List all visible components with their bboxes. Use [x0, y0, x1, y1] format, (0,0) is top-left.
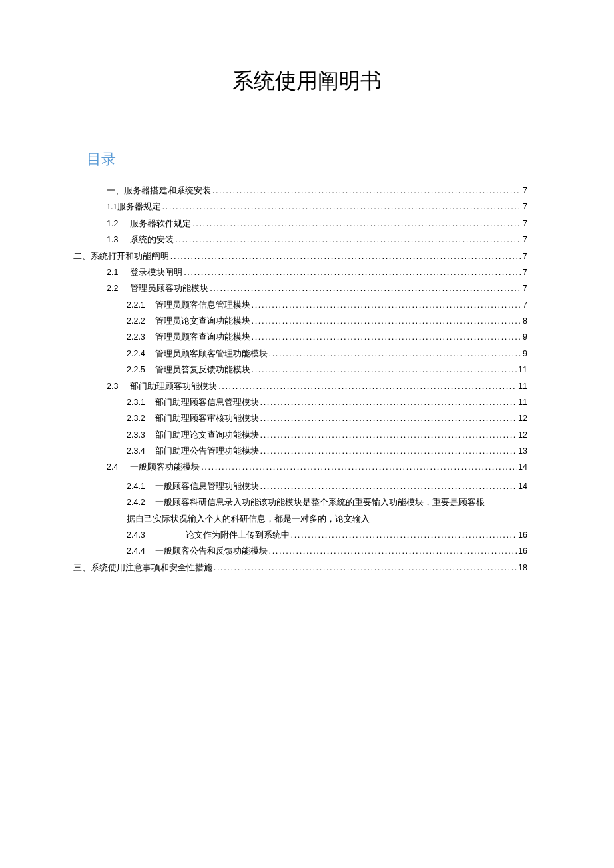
- toc-num: 2.1: [107, 264, 118, 280]
- toc-entry: 2.4 一般顾客功能模块 14: [87, 459, 527, 475]
- toc-entry: 1.3 系统的安装 7: [87, 232, 527, 248]
- toc-leader: [269, 346, 521, 362]
- toc-entry: 2.2.1 管理员顾客信息管理模块 7: [87, 297, 527, 313]
- document-page: 系统使用阐明书 目录 一、服务器搭建和系统安装 7 1.1服务器规定 7 1.2…: [0, 0, 614, 616]
- toc-page: 7: [523, 215, 527, 232]
- toc-leader: [269, 543, 517, 559]
- toc-leader: [162, 199, 521, 215]
- toc-entry: 2.2 管理员顾客功能模块 7: [87, 280, 527, 296]
- toc-entry: 一、服务器搭建和系统安装 7: [87, 183, 527, 199]
- toc-entry: 2.2.3 管理员顾客查询功能模块 9: [87, 329, 527, 345]
- toc-num: 2.4.1: [127, 478, 145, 494]
- toc-label: 论文作为附件上传到系统中: [186, 527, 290, 543]
- toc-page: 7: [523, 264, 527, 280]
- toc-num: 2.3: [107, 378, 118, 394]
- toc-leader: [252, 297, 521, 313]
- toc-label: 系统使用注意事项和安全性措施: [91, 563, 212, 572]
- toc-label: 系统的安装: [130, 232, 174, 248]
- toc-entry: 2.2.2 管理员论文查询功能模块 8: [87, 313, 527, 329]
- toc-entry: 2.4.2 一般顾客科研信息录入功能该功能模块是整个系统的重要输入功能模块，重要…: [87, 494, 527, 510]
- toc-page: 16: [518, 543, 527, 559]
- toc-label: 管理员顾客查询功能模块: [155, 329, 250, 345]
- toc-num: 三、: [73, 563, 91, 572]
- toc-leader: [260, 427, 517, 443]
- toc-num: 2.2.2: [127, 313, 145, 329]
- toc-page: 12: [518, 410, 527, 426]
- toc-entry: 2.4.1 一般顾客信息管理功能模块 14: [87, 478, 527, 494]
- toc-label: 部门助理顾客信息管理模块: [155, 394, 259, 410]
- toc-leader: [252, 362, 517, 378]
- toc-label: 一般顾客功能模块: [130, 459, 200, 475]
- toc-leader: [260, 443, 517, 459]
- toc-label: 部门助理顾客功能模块: [130, 378, 217, 394]
- toc-num: 2.2.1: [127, 297, 145, 313]
- toc-leader: [260, 394, 517, 410]
- toc-label: 部门助理顾客审核功能模块: [155, 410, 259, 426]
- toc-page: 9: [523, 329, 527, 345]
- toc-entry: 三、系统使用注意事项和安全性措施 18: [73, 560, 527, 576]
- toc-label: 管理员顾客信息管理模块: [155, 297, 250, 313]
- toc-page: 18: [518, 560, 527, 576]
- toc-label: 管理员顾客顾客管理功能模块: [155, 346, 268, 362]
- toc-num: 2.2: [107, 280, 118, 296]
- toc-label: 管理员答复反馈功能模块: [155, 362, 250, 378]
- toc-page: 7: [523, 248, 527, 264]
- toc-page: 13: [518, 443, 527, 459]
- toc-label: 服务器搭建和系统安装: [124, 186, 211, 195]
- toc-page: 11: [518, 394, 527, 410]
- toc-num: 2.4: [107, 459, 118, 475]
- toc-leader: [291, 527, 517, 543]
- toc-entry: 1.1服务器规定 7: [87, 199, 527, 215]
- toc-entry: 2.3 部门助理顾客功能模块 11: [87, 378, 527, 394]
- toc-leader: [201, 459, 517, 475]
- toc-leader: [214, 560, 517, 576]
- toc-leader: [192, 215, 521, 232]
- toc-label: 一般顾客信息管理功能模块: [155, 478, 259, 494]
- toc-page: 14: [518, 478, 527, 494]
- toc-page: 7: [523, 280, 527, 296]
- toc-label: 服务器规定: [117, 202, 161, 211]
- toc-page: 7: [523, 183, 527, 199]
- toc-num: 2.3.2: [127, 410, 145, 426]
- toc-entry: 2.3.2 部门助理顾客审核功能模块 12: [87, 410, 527, 426]
- toc-entry: 2.1 登录模块阐明 7: [87, 264, 527, 280]
- toc-entry: 2.2.5 管理员答复反馈功能模块 11: [87, 362, 527, 378]
- toc-page: 7: [523, 232, 527, 248]
- toc-entry: 2.3.3 部门助理论文查询功能模块 12: [87, 427, 527, 443]
- toc-entry: 2.4.4 一般顾客公告和反馈功能模块 16: [87, 543, 527, 559]
- toc-label: 服务器软件规定: [130, 215, 191, 232]
- toc-num: 2.4.3: [127, 527, 145, 543]
- toc-page: 16: [518, 527, 527, 543]
- toc-leader: [252, 313, 521, 329]
- toc-num: 2.3.3: [127, 427, 145, 443]
- toc-entry: 2.2.4 管理员顾客顾客管理功能模块 9: [87, 346, 527, 362]
- toc-entry: 2.3.1 部门助理顾客信息管理模块 11: [87, 394, 527, 410]
- toc-leader: [210, 280, 521, 296]
- toc-num: 二、: [73, 252, 91, 261]
- toc-label: 部门助理论文查询功能模块: [155, 427, 259, 443]
- toc-num: 一、: [107, 186, 124, 195]
- toc-entry: 2.3.4 部门助理公告管理功能模块 13: [87, 443, 527, 459]
- toc-num: 2.4.2: [127, 494, 145, 510]
- toc-page: 14: [518, 459, 527, 475]
- toc-num: 2.2.4: [127, 346, 145, 362]
- toc-num: 1.2: [107, 215, 118, 232]
- toc-num: 1.1: [107, 202, 117, 211]
- toc-leader: [260, 410, 517, 426]
- toc-entry: 2.4.3 论文作为附件上传到系统中 16: [87, 527, 527, 543]
- toc-page: 7: [523, 199, 527, 215]
- toc-leader: [218, 378, 517, 394]
- toc-page: 11: [518, 378, 527, 394]
- toc-page: 9: [523, 346, 527, 362]
- document-title: 系统使用阐明书: [87, 67, 527, 96]
- toc-leader: [170, 248, 521, 264]
- toc-page: 7: [523, 297, 527, 313]
- toc-entry: 二、系统打开和功能阐明 7: [73, 248, 527, 264]
- toc-label: 部门助理公告管理功能模块: [155, 443, 259, 459]
- toc-entry-continuation: 据自己实际状况输入个人的科研信息，都是一对多的，论文输入: [87, 511, 527, 527]
- toc-label: 登录模块阐明: [130, 264, 182, 280]
- toc-label: 据自己实际状况输入个人的科研信息，都是一对多的，论文输入: [127, 511, 370, 527]
- toc-page: 11: [518, 362, 527, 378]
- toc-num: 2.3.1: [127, 394, 145, 410]
- toc-num: 1.3: [107, 232, 118, 248]
